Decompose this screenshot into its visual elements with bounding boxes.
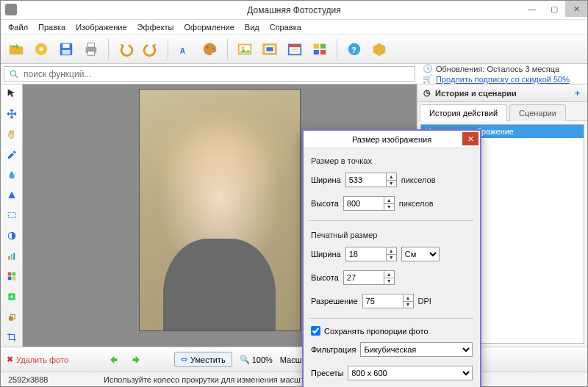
insert-image-button[interactable] — [234, 38, 256, 60]
dialog-close-button[interactable]: ✕ — [462, 132, 478, 145]
height-cm-input[interactable] — [344, 271, 384, 284]
search-icon — [9, 69, 19, 79]
photo-preview — [139, 89, 301, 331]
close-button[interactable]: ✕ — [565, 1, 587, 17]
fit-button[interactable]: ⇔ Уместить — [174, 352, 232, 367]
width-cm-down[interactable]: ▼ — [386, 255, 396, 261]
svg-point-10 — [210, 45, 212, 47]
height-px-field: ▲▼ — [343, 196, 395, 211]
adjust-tool[interactable] — [4, 290, 19, 303]
app-icon — [5, 4, 17, 15]
dialog-title: Размер изображения — [352, 135, 431, 144]
width-px-up[interactable]: ▲ — [386, 173, 396, 181]
svg-rect-33 — [7, 272, 11, 276]
panel-add-button[interactable]: ＋ — [573, 87, 581, 98]
menu-effects[interactable]: Эффекты — [133, 21, 179, 33]
svg-rect-3 — [62, 43, 69, 47]
minimize-button[interactable]: — — [521, 1, 543, 17]
svg-rect-7 — [87, 51, 94, 55]
svg-point-11 — [212, 47, 215, 49]
zoom100-label: 100% — [252, 355, 273, 364]
height-cm-down[interactable]: ▼ — [384, 278, 394, 285]
svg-rect-36 — [12, 277, 15, 281]
menu-image[interactable]: Изображение — [71, 21, 131, 33]
width-px-down[interactable]: ▼ — [386, 181, 396, 187]
hand-tool[interactable] — [4, 128, 19, 141]
svg-rect-15 — [266, 47, 273, 51]
redo-button[interactable] — [140, 38, 162, 60]
menu-edit[interactable]: Правка — [34, 21, 70, 33]
crop-tool[interactable] — [4, 330, 19, 344]
svg-point-38 — [10, 295, 13, 298]
palette-button[interactable] — [199, 38, 221, 60]
print-button[interactable] — [80, 38, 102, 60]
dpi-unit: DPI — [418, 297, 431, 305]
delete-photo-button[interactable]: ✖ Удалить фото — [7, 355, 68, 364]
menu-file[interactable]: Файл — [4, 21, 32, 33]
resolution-input[interactable] — [363, 294, 403, 308]
package-button[interactable] — [368, 38, 390, 60]
shape-tool[interactable] — [4, 189, 19, 202]
height-px-label: Высота — [311, 199, 339, 208]
width-px-input[interactable] — [346, 173, 386, 187]
next-button[interactable] — [129, 352, 145, 368]
presets-label: Пресеты — [311, 369, 343, 377]
resize-dialog: Размер изображения ✕ Размер в точках Шир… — [302, 129, 481, 387]
text-tool-button[interactable]: A — [174, 38, 196, 60]
tab-history[interactable]: История действий — [420, 104, 507, 121]
menu-help[interactable]: Справка — [265, 21, 306, 33]
pointer-tool[interactable] — [4, 87, 19, 101]
swatch-tool[interactable] — [4, 270, 19, 283]
prev-button[interactable] — [105, 352, 121, 368]
move-tool[interactable] — [4, 108, 19, 121]
titlebar: Домашняя Фотостудия — ▢ ✕ — [1, 1, 587, 20]
height-cm-up[interactable]: ▲ — [384, 271, 394, 278]
svg-point-13 — [241, 46, 244, 49]
frame-button[interactable] — [259, 38, 281, 60]
open-button[interactable] — [5, 38, 27, 60]
collage-button[interactable] — [309, 38, 331, 60]
svg-rect-6 — [87, 43, 94, 47]
resolution-label: Разрешение — [311, 297, 358, 305]
contrast-tool[interactable] — [4, 229, 19, 242]
height-px-down[interactable]: ▼ — [384, 204, 394, 211]
search-input[interactable] — [24, 69, 410, 79]
zoom-icon: 🔍 — [240, 355, 250, 364]
cart-icon: 🛒 — [423, 74, 433, 84]
zoom-100-button[interactable]: 🔍 100% — [240, 355, 273, 364]
update-info: 🕓 Обновления: Осталось 3 месяца 🛒 Продли… — [418, 64, 587, 84]
height-px-input[interactable] — [344, 197, 384, 210]
width-px-field: ▲▼ — [345, 173, 397, 187]
menu-design[interactable]: Оформление — [180, 21, 239, 33]
height-cm-field: ▲▼ — [343, 270, 395, 285]
keep-ratio-checkbox[interactable] — [311, 326, 320, 336]
resolution-up[interactable]: ▲ — [403, 294, 413, 302]
height-px-up[interactable]: ▲ — [384, 197, 394, 204]
undo-button[interactable] — [115, 38, 137, 60]
width-cm-label: Ширина — [311, 250, 341, 258]
width-cm-up[interactable]: ▲ — [386, 247, 396, 255]
resolution-down[interactable]: ▼ — [403, 302, 413, 308]
effects-wheel-button[interactable] — [30, 38, 52, 60]
maximize-button[interactable]: ▢ — [543, 1, 565, 17]
levels-tool[interactable] — [4, 250, 19, 263]
drop-tool[interactable] — [4, 168, 19, 181]
unit-select[interactable]: См — [401, 247, 440, 261]
tab-scenarios[interactable]: Сценарии — [509, 104, 566, 121]
clone-tool[interactable] — [4, 311, 19, 324]
svg-point-26 — [10, 70, 15, 76]
rect-tool[interactable] — [4, 209, 19, 223]
search-row: 🕓 Обновления: Осталось 3 месяца 🛒 Продли… — [1, 64, 587, 84]
delete-icon: ✖ — [7, 355, 13, 364]
menubar: Файл Правка Изображение Эффекты Оформлен… — [1, 20, 587, 35]
calendar-button[interactable] — [284, 38, 306, 60]
width-cm-input[interactable] — [346, 247, 386, 261]
filter-select[interactable]: Бикубическая — [360, 342, 473, 357]
presets-select[interactable]: 800 x 600 — [348, 366, 473, 380]
px-unit-2: пикселов — [399, 199, 434, 208]
renew-link[interactable]: Продлить подписку со скидкой 50% — [436, 75, 570, 84]
menu-view[interactable]: Вид — [240, 21, 264, 33]
save-button[interactable] — [55, 38, 77, 60]
eyedropper-tool[interactable] — [4, 148, 19, 162]
help-button[interactable]: ? — [343, 38, 365, 60]
